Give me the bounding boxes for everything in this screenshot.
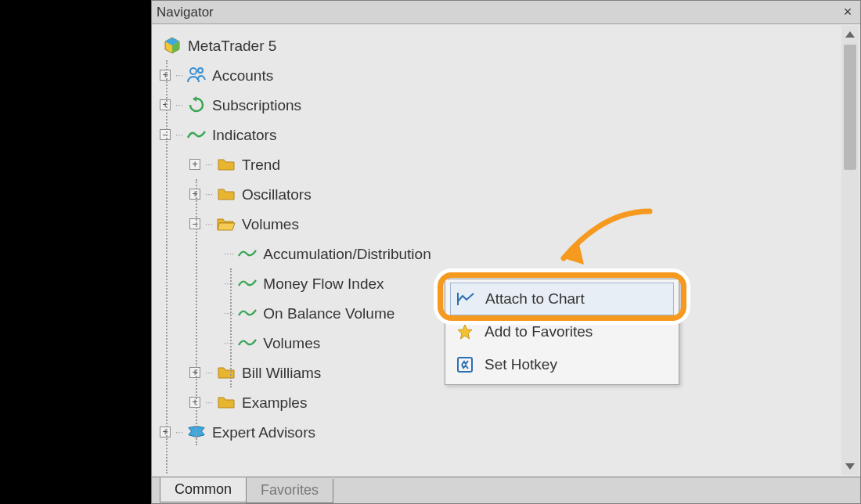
expander-minus-icon[interactable]: − [189, 218, 200, 229]
scroll-up-icon[interactable] [841, 26, 859, 43]
navigator-tree: MetaTrader 5 +··· Accounts +··· Subscrip… [152, 24, 860, 450]
expander-plus-icon[interactable]: + [160, 427, 171, 437]
tree-item-accdist[interactable]: ···· Accumulation/Distribution [160, 239, 857, 268]
tree-guide [196, 179, 197, 445]
navigator-body: MetaTrader 5 +··· Accounts +··· Subscrip… [152, 24, 860, 477]
volumes-label: Volumes [263, 336, 320, 351]
star-icon [455, 322, 475, 342]
navigator-panel: Navigator × MetaTrader 5 +··· Accounts [151, 0, 861, 504]
expander-plus-icon[interactable]: + [160, 70, 171, 81]
folder-icon [217, 185, 236, 203]
expander-plus-icon[interactable]: + [189, 159, 200, 170]
svg-marker-8 [458, 325, 472, 339]
tree-item-trend[interactable]: +··· Trend [160, 149, 857, 179]
indicator-icon [238, 244, 257, 263]
ctx-attach-label: Attach to Chart [485, 290, 585, 308]
tree-item-examples[interactable]: +··· Examples [160, 387, 857, 417]
tree-item-indicators[interactable]: −··· Indicators [160, 120, 857, 149]
expander-plus-icon[interactable]: + [160, 99, 171, 110]
tree-guide [166, 60, 168, 473]
examples-label: Examples [242, 395, 307, 410]
svg-marker-7 [845, 463, 855, 470]
folder-icon [217, 393, 236, 412]
tree-item-oscillators[interactable]: +··· Oscillators [160, 179, 857, 209]
volumes-folder-label: Volumes [242, 217, 299, 232]
svg-marker-6 [845, 31, 855, 38]
expander-minus-icon[interactable]: − [160, 129, 171, 140]
folder-open-icon [217, 214, 236, 233]
tree-guide [230, 268, 232, 387]
accdist-label: Accumulation/Distribution [263, 247, 430, 261]
ctx-add-favorites[interactable]: Add to Favorites [449, 315, 675, 348]
context-menu: Attach to Chart Add to Favorites Set Hot… [445, 279, 679, 385]
ctx-attach-to-chart[interactable]: Attach to Chart [450, 283, 674, 315]
indicator-icon [238, 333, 257, 352]
tree-root-label: MetaTrader 5 [188, 38, 276, 53]
navigator-titlebar: Navigator × [152, 1, 860, 24]
tree-root[interactable]: MetaTrader 5 [160, 31, 857, 60]
indicator-icon [187, 125, 206, 144]
billwilliams-label: Bill Williams [242, 365, 321, 380]
ctx-hotkey-label: Set Hotkey [485, 356, 557, 373]
scrollbar[interactable] [841, 26, 859, 475]
folder-icon [217, 155, 236, 174]
obv-label: On Balance Volume [263, 306, 394, 321]
indicator-icon [238, 304, 257, 322]
oscillators-label: Oscillators [242, 187, 312, 202]
tree-item-subscriptions[interactable]: +··· Subscriptions [160, 90, 857, 120]
expander-plus-icon[interactable]: + [189, 189, 200, 200]
expander-plus-icon[interactable]: + [189, 397, 200, 408]
svg-marker-5 [193, 96, 196, 102]
tree-item-expert-advisors[interactable]: +··· Expert Advisors [160, 417, 857, 447]
subscriptions-label: Subscriptions [212, 98, 301, 113]
close-icon[interactable]: × [840, 5, 856, 20]
ctx-fav-label: Add to Favorites [485, 323, 593, 340]
indicator-icon [238, 274, 257, 293]
tab-favorites[interactable]: Favorites [246, 479, 333, 503]
app-icon [163, 36, 182, 55]
accounts-icon [187, 66, 206, 85]
navigator-tabs: Common Favorites [152, 477, 860, 503]
ctx-set-hotkey[interactable]: Set Hotkey [449, 348, 675, 381]
tree-item-accounts[interactable]: +··· Accounts [160, 60, 857, 90]
chart-line-icon [456, 289, 476, 309]
trend-label: Trend [242, 157, 280, 172]
hotkey-icon [455, 355, 475, 375]
expert-advisors-label: Expert Advisors [212, 425, 315, 440]
indicators-label: Indicators [212, 128, 276, 142]
svg-point-3 [190, 68, 196, 74]
folder-icon [217, 363, 236, 382]
scroll-thumb[interactable] [844, 45, 856, 170]
subscriptions-icon [187, 95, 206, 114]
svg-rect-9 [458, 358, 472, 372]
tree-item-volumes-folder[interactable]: −··· Volumes [160, 209, 857, 239]
expander-plus-icon[interactable]: + [189, 367, 200, 378]
accounts-label: Accounts [212, 68, 273, 83]
navigator-title: Navigator [157, 5, 840, 20]
tab-common[interactable]: Common [160, 477, 247, 502]
mfi-label: Money Flow Index [263, 276, 384, 291]
svg-point-4 [198, 68, 203, 73]
scroll-down-icon[interactable] [841, 458, 859, 475]
